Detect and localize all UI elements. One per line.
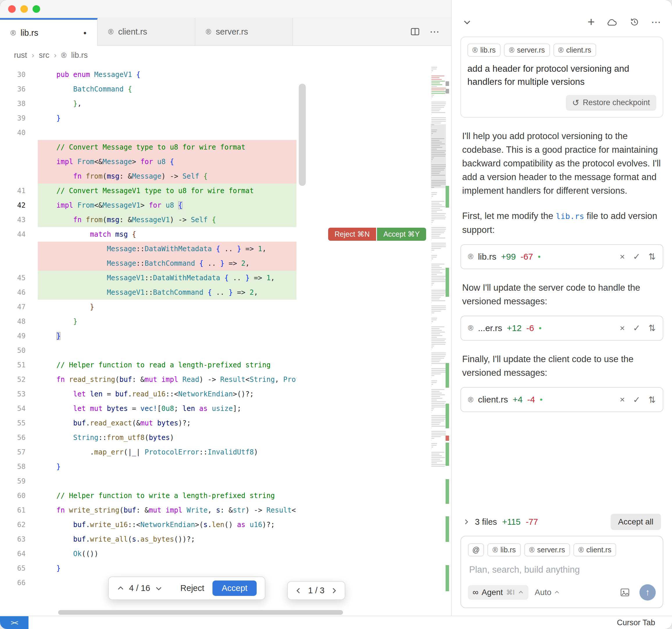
line-number[interactable]: 47 <box>0 303 38 311</box>
code-line[interactable]: impl From<&Message> for u8 { <box>0 154 451 169</box>
line-number[interactable]: 30 <box>0 71 38 79</box>
line-number[interactable]: 50 <box>0 347 38 355</box>
line-number[interactable]: 43 <box>0 216 38 224</box>
expand-diff-icon[interactable]: ⇅ <box>648 395 656 405</box>
tab-client-rs[interactable]: ® client.rs <box>98 18 195 45</box>
accept-hunk-button[interactable]: Accept ⌘Y <box>377 228 426 241</box>
code-line[interactable]: 49} <box>0 329 451 343</box>
mode-selector[interactable]: ∞ Agent ⌘I <box>468 585 528 600</box>
minimize-window-button[interactable] <box>20 5 28 13</box>
line-number[interactable]: 49 <box>0 332 38 340</box>
line-number[interactable]: 65 <box>0 564 38 572</box>
file-change-card[interactable]: ® ...er.rs +12 -6 ● × ✓ ⇅ <box>460 316 663 341</box>
line-number[interactable]: 44 <box>0 230 38 238</box>
split-editor-icon[interactable] <box>410 27 420 36</box>
accept-button[interactable]: Accept <box>213 580 257 596</box>
minimap-slider[interactable] <box>431 124 446 188</box>
line-number[interactable]: 52 <box>0 376 38 384</box>
expand-diff-icon[interactable]: ⇅ <box>648 323 656 333</box>
line-number[interactable]: 42 <box>0 201 38 209</box>
line-number[interactable]: 51 <box>0 361 38 369</box>
code-line[interactable]: 48 } <box>0 314 451 329</box>
code-line[interactable]: 51// Helper function to read a length-pr… <box>0 358 451 372</box>
accept-all-button[interactable]: Accept all <box>611 514 661 530</box>
code-line[interactable]: 40 <box>0 125 451 140</box>
code-line[interactable]: 62 buf.write_u16::<NetworkEndian>(s.len(… <box>0 518 451 532</box>
code-line[interactable]: 52fn read_string(buf: &mut impl Read) ->… <box>0 372 451 387</box>
line-number[interactable]: 41 <box>0 187 38 195</box>
file-pill[interactable]: ®lib.rs <box>487 543 521 556</box>
code-line[interactable]: 58} <box>0 459 451 474</box>
maximize-window-button[interactable] <box>32 5 40 13</box>
line-number[interactable]: 54 <box>0 404 38 413</box>
code-line[interactable]: 39} <box>0 111 451 125</box>
chevron-right-icon[interactable] <box>463 518 470 525</box>
code-line[interactable]: 41// Convert MessageV1 type to u8 for wi… <box>0 183 451 198</box>
code-line[interactable]: 30pub enum MessageV1 { <box>0 67 451 82</box>
more-options-icon[interactable]: ⋯ <box>651 17 661 27</box>
line-number[interactable]: 38 <box>0 100 38 108</box>
chevron-up-icon[interactable] <box>117 584 124 592</box>
chat-input-placeholder[interactable]: Plan, search, build anything <box>468 564 656 575</box>
chat-input-box[interactable]: @ ®lib.rs ®server.rs ®client.rs Plan, se… <box>460 536 663 608</box>
model-selector[interactable]: Auto <box>535 588 560 597</box>
file-pill[interactable]: ®client.rs <box>574 543 617 556</box>
breadcrumb-folder[interactable]: rust <box>14 51 27 60</box>
code-line[interactable]: 53 let len = buf.read_u16::<NetworkEndia… <box>0 387 451 401</box>
chevron-down-icon[interactable] <box>463 18 472 26</box>
reject-file-icon[interactable]: × <box>620 395 625 404</box>
file-pill[interactable]: ®server.rs <box>524 543 570 556</box>
code-line[interactable]: // Convert Message type to u8 for wire f… <box>0 140 451 154</box>
close-window-button[interactable] <box>8 5 16 13</box>
code-line[interactable]: 63 buf.write_all(s.as_bytes())?; <box>0 532 451 547</box>
code-line[interactable]: 46 MessageV1::BatchCommand { .. } => 2, <box>0 285 451 300</box>
line-number[interactable]: 57 <box>0 448 38 456</box>
attach-image-icon[interactable] <box>620 587 630 598</box>
code-line[interactable]: 55 buf.read_exact(&mut bytes)?; <box>0 416 451 430</box>
line-number[interactable]: 62 <box>0 521 38 529</box>
file-pill[interactable]: ®client.rs <box>553 44 596 57</box>
horizontal-scrollbar[interactable] <box>58 610 343 615</box>
code-line[interactable]: 38 }, <box>0 96 451 111</box>
chevron-down-icon[interactable] <box>155 584 163 592</box>
code-line[interactable]: 65} <box>0 561 451 576</box>
modified-dot-icon[interactable]: ● <box>83 30 87 36</box>
line-number[interactable]: 39 <box>0 114 38 122</box>
code-line[interactable]: Message::DataWithMetadata { .. } => 1, <box>0 242 451 256</box>
file-pill[interactable]: ®lib.rs <box>467 44 501 57</box>
reject-all-button[interactable]: Reject <box>181 583 204 593</box>
code-line[interactable]: 59 <box>0 474 451 488</box>
minimap[interactable] <box>431 65 449 615</box>
file-change-card[interactable]: ® client.rs +4 -4 ● × ✓ ⇅ <box>460 387 663 412</box>
line-number[interactable]: 40 <box>0 129 38 137</box>
code-line[interactable]: fn from(msg: &Message) -> Self { <box>0 169 451 183</box>
accept-file-icon[interactable]: ✓ <box>633 251 640 262</box>
breadcrumb-file[interactable]: lib.rs <box>71 51 88 60</box>
line-number[interactable]: 61 <box>0 506 38 514</box>
line-number[interactable]: 36 <box>0 85 38 93</box>
code-line[interactable]: 64 Ok(()) <box>0 547 451 561</box>
line-number[interactable]: 60 <box>0 492 38 500</box>
code-line[interactable]: 47 } <box>0 300 451 314</box>
line-number[interactable]: 48 <box>0 318 38 326</box>
code-line[interactable]: 56 String::from_utf8(bytes) <box>0 430 451 445</box>
accept-file-icon[interactable]: ✓ <box>633 395 640 405</box>
line-number[interactable]: 56 <box>0 433 38 442</box>
code-line[interactable]: 60// Helper function to write a length-p… <box>0 488 451 503</box>
history-icon[interactable] <box>629 17 640 27</box>
line-number[interactable]: 55 <box>0 419 38 427</box>
line-number[interactable]: 66 <box>0 579 38 587</box>
reject-file-icon[interactable]: × <box>620 252 625 262</box>
reject-hunk-button[interactable]: Reject ⌘N <box>328 228 376 241</box>
file-pill[interactable]: ®server.rs <box>504 44 550 57</box>
more-actions-icon[interactable]: ⋯ <box>430 27 439 36</box>
line-number[interactable]: 63 <box>0 535 38 543</box>
cloud-icon[interactable] <box>606 18 618 27</box>
chevron-left-icon[interactable] <box>295 587 302 595</box>
send-button[interactable]: ↑ <box>640 584 656 601</box>
line-number[interactable]: 53 <box>0 390 38 398</box>
code-line[interactable]: 50 <box>0 343 451 358</box>
chevron-right-icon[interactable] <box>330 587 338 595</box>
code-line[interactable]: 45 MessageV1::DataWithMetadata { .. } =>… <box>0 271 451 285</box>
inline-file-link[interactable]: lib.rs <box>556 212 584 221</box>
